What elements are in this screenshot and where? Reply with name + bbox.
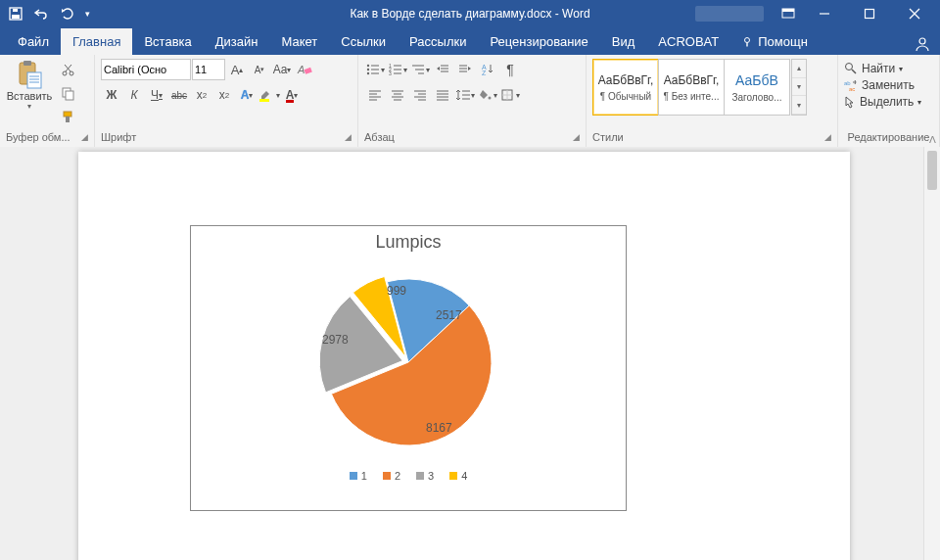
svg-point-75	[846, 64, 853, 70]
page: Lumpics 251781672978999 1234	[78, 152, 850, 560]
collapse-ribbon-button[interactable]: ᐱ	[929, 134, 936, 145]
svg-rect-2	[13, 9, 18, 12]
svg-rect-24	[64, 112, 71, 117]
svg-line-76	[852, 70, 856, 73]
save-button[interactable]	[4, 2, 27, 25]
bullets-button[interactable]: ▾	[364, 59, 386, 80]
style-heading1[interactable]: АаБбВЗаголово...	[724, 59, 790, 116]
style-normal[interactable]: АаБбВвГг,¶ Обычный	[592, 59, 659, 116]
svg-rect-25	[66, 117, 70, 122]
decrease-indent-button[interactable]	[432, 59, 453, 80]
highlight-button[interactable]: ▾	[258, 84, 280, 106]
shrink-font-button[interactable]: A▾	[249, 59, 270, 80]
paste-button[interactable]: Вставить ▾	[6, 59, 53, 111]
tab-view[interactable]: Вид	[600, 28, 647, 55]
close-button[interactable]	[893, 0, 936, 27]
tab-design[interactable]: Дизайн	[204, 28, 270, 55]
paragraph-launcher[interactable]: ◢	[573, 132, 580, 142]
justify-button[interactable]	[432, 84, 453, 106]
increase-indent-button[interactable]	[454, 59, 476, 80]
subscript-button[interactable]: x2	[191, 84, 212, 106]
underline-button[interactable]: Ч▾	[146, 84, 167, 106]
text-effects-button[interactable]: A▾	[236, 84, 258, 106]
chart-object[interactable]: Lumpics 251781672978999 1234	[190, 225, 627, 511]
numbering-button[interactable]: 123▾	[387, 59, 408, 80]
legend-item: 2	[383, 470, 400, 482]
tab-references[interactable]: Ссылки	[329, 28, 398, 55]
account-area[interactable]	[695, 6, 764, 22]
bold-button[interactable]: Ж	[101, 84, 122, 106]
tab-home[interactable]: Главная	[61, 28, 132, 55]
cut-button[interactable]	[57, 59, 78, 80]
svg-text:3: 3	[389, 70, 392, 76]
tab-layout[interactable]: Макет	[269, 28, 329, 55]
show-marks-button[interactable]: ¶	[499, 59, 521, 80]
find-button[interactable]: Найти▾	[844, 62, 921, 75]
font-color-button[interactable]: A▾	[281, 84, 303, 106]
svg-text:ac: ac	[849, 86, 855, 91]
font-label: Шрифт	[101, 131, 136, 143]
tab-file[interactable]: Файл	[6, 28, 61, 55]
tab-insert[interactable]: Вставка	[132, 28, 203, 55]
tab-review[interactable]: Рецензирование	[478, 28, 599, 55]
scrollbar-thumb[interactable]	[927, 151, 937, 190]
svg-line-20	[66, 65, 71, 71]
align-right-button[interactable]	[409, 84, 431, 106]
svg-point-31	[367, 69, 369, 70]
select-button[interactable]: Выделить▾	[844, 95, 921, 109]
ribbon-display-button[interactable]	[776, 0, 801, 27]
shading-button[interactable]: ▾	[477, 84, 498, 106]
document-area: Lumpics 251781672978999 1234 Область диа…	[0, 147, 940, 560]
clipboard-launcher[interactable]: ◢	[81, 132, 88, 142]
svg-line-21	[65, 65, 70, 71]
styles-launcher[interactable]: ◢	[824, 132, 831, 142]
copy-button[interactable]	[57, 82, 78, 104]
superscript-button[interactable]: x2	[213, 84, 235, 106]
maximize-button[interactable]	[848, 0, 891, 27]
style-no-spacing[interactable]: АаБбВвГг,¶ Без инте...	[658, 59, 725, 116]
sort-button[interactable]: AZ	[477, 59, 498, 80]
svg-point-18	[63, 71, 67, 75]
svg-rect-28	[259, 99, 269, 102]
group-styles: АаБбВвГг,¶ Обычный АаБбВвГг,¶ Без инте..…	[587, 55, 838, 147]
clipboard-label: Буфер обм...	[6, 131, 70, 143]
tell-me[interactable]: Помощн	[730, 28, 820, 55]
svg-rect-1	[12, 15, 20, 19]
clear-formatting-button[interactable]: A	[294, 59, 315, 80]
styles-gallery-scroll[interactable]: ▴▾▾	[791, 59, 807, 116]
pie-chart: 251781672978999	[310, 264, 506, 460]
grow-font-button[interactable]: A▴	[226, 59, 248, 80]
borders-button[interactable]: ▾	[499, 84, 521, 106]
strikethrough-button[interactable]: abc	[168, 84, 190, 106]
font-size-input[interactable]	[192, 59, 225, 80]
format-painter-button[interactable]	[57, 106, 78, 127]
data-label: 8167	[426, 421, 452, 435]
chart-title: Lumpics	[191, 232, 626, 253]
line-spacing-button[interactable]: ▾	[454, 84, 476, 106]
replace-button[interactable]: abacЗаменить	[844, 78, 921, 92]
align-center-button[interactable]	[387, 84, 408, 106]
align-left-button[interactable]	[364, 84, 386, 106]
tab-mailings[interactable]: Рассылки	[398, 28, 478, 55]
svg-rect-14	[27, 72, 41, 88]
redo-button[interactable]	[55, 2, 78, 25]
tab-acrobat[interactable]: ACROBAT	[646, 28, 730, 55]
svg-point-19	[70, 71, 73, 75]
svg-text:A: A	[297, 64, 305, 75]
qat-customize-button[interactable]: ▾	[80, 2, 94, 25]
italic-button[interactable]: К	[123, 84, 145, 106]
undo-button[interactable]	[29, 2, 53, 25]
chart-legend: 1234	[191, 470, 626, 482]
change-case-button[interactable]: Aa▾	[271, 59, 293, 80]
multilevel-list-button[interactable]: ▾	[409, 59, 431, 80]
font-launcher[interactable]: ◢	[345, 132, 352, 142]
account-icon[interactable]	[915, 36, 930, 55]
paragraph-label: Абзац	[364, 131, 395, 143]
minimize-button[interactable]	[803, 0, 846, 27]
paste-label: Вставить	[7, 90, 53, 102]
vertical-scrollbar[interactable]	[923, 147, 940, 560]
svg-rect-10	[747, 42, 748, 46]
data-label: 2517	[436, 308, 462, 322]
legend-item: 4	[449, 470, 467, 482]
font-name-input[interactable]	[101, 59, 191, 80]
